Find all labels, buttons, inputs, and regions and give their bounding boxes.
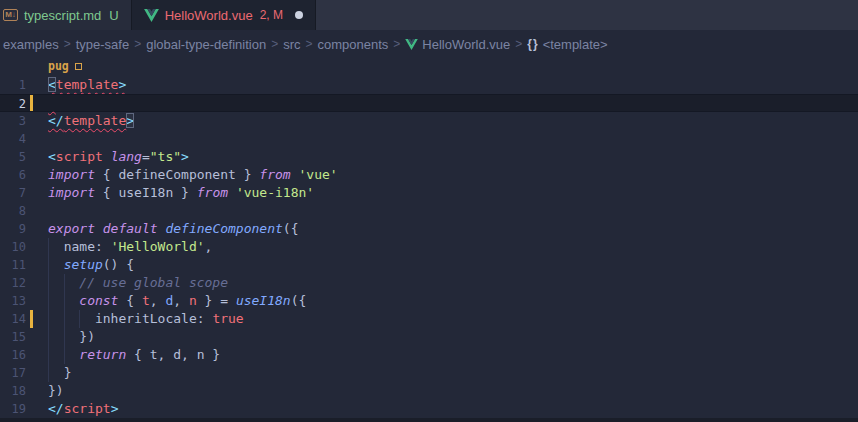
code-token: script xyxy=(64,401,111,416)
code-line[interactable]: 16 return { t, d, n } xyxy=(0,346,858,364)
line-number: 7 xyxy=(0,184,26,202)
code-line[interactable]: 9export default defineComponent({ xyxy=(0,220,858,238)
code-line[interactable]: 14 inheritLocale: true xyxy=(0,310,858,328)
code-line[interactable]: 17 } xyxy=(0,364,858,382)
line-content: </script> xyxy=(48,400,858,418)
modified-gutter-marker xyxy=(30,95,33,111)
code-token: return xyxy=(79,347,126,362)
code-token: }) xyxy=(48,383,64,398)
line-number: 14 xyxy=(0,310,26,328)
breadcrumb-item[interactable]: type-safe xyxy=(76,37,129,52)
line-content: } xyxy=(48,364,858,382)
code-line[interactable]: 2 xyxy=(0,94,858,112)
code-token: true xyxy=(212,311,243,326)
code-token: } xyxy=(173,185,196,200)
code-token: > xyxy=(118,77,126,92)
code-token: from xyxy=(197,185,228,200)
line-content: <template> xyxy=(48,76,858,94)
line-number: 3 xyxy=(0,112,26,130)
line-number: 8 xyxy=(0,202,26,220)
code-token: < xyxy=(48,77,56,92)
breadcrumb-item[interactable]: {}<template> xyxy=(527,37,607,52)
breadcrumb: examples>type-safe>global-type-definitio… xyxy=(0,30,858,58)
code-line[interactable]: 4 xyxy=(0,130,858,148)
line-content: }) xyxy=(48,382,858,400)
breadcrumb-item[interactable]: examples xyxy=(3,37,59,52)
code-line[interactable]: 7import { useI18n } from 'vue-i18n' xyxy=(0,184,858,202)
breadcrumb-item[interactable]: global-type-definition xyxy=(146,37,266,52)
code-token: = xyxy=(142,149,150,164)
breadcrumb-separator: > xyxy=(271,37,278,51)
breadcrumb-item[interactable]: src xyxy=(283,37,300,52)
code-token xyxy=(48,293,79,308)
code-line[interactable]: 11 setup() { xyxy=(0,256,858,274)
problems-modified-badge: 2, M xyxy=(260,8,283,22)
code-token: n xyxy=(189,293,197,308)
code-line[interactable]: 13 const { t, d, n } = useI18n({ xyxy=(0,292,858,310)
code-line[interactable]: 1<template> xyxy=(0,76,858,94)
code-line[interactable]: 19</script> xyxy=(0,400,858,418)
code-area: 1<template>2 3</template>45<script lang=… xyxy=(0,76,858,418)
code-token: 'vue' xyxy=(298,167,337,182)
code-token: defineComponent xyxy=(165,221,282,236)
code-token: template xyxy=(64,113,127,128)
breadcrumb-item[interactable]: HelloWorld.vue xyxy=(405,37,510,52)
code-token: defineComponent xyxy=(118,167,235,182)
code-token: from xyxy=(259,167,290,182)
code-token xyxy=(48,257,64,272)
code-token: { xyxy=(95,167,118,182)
code-token xyxy=(48,96,56,111)
line-content xyxy=(48,95,858,111)
code-token: lang xyxy=(111,149,142,164)
code-token: template xyxy=(56,77,119,92)
tab-typescript-md[interactable]: M↓ typescript.md U xyxy=(0,0,132,30)
line-number: 1 xyxy=(0,76,26,94)
breadcrumb-label: <template> xyxy=(543,37,608,52)
line-content: </template> xyxy=(48,112,858,130)
git-status-badge: U xyxy=(109,8,118,23)
line-number: 4 xyxy=(0,130,26,148)
code-token: } = xyxy=(197,293,236,308)
code-token: } xyxy=(48,365,71,380)
line-content: import { useI18n } from 'vue-i18n' xyxy=(48,184,858,202)
code-token: name: xyxy=(48,239,111,254)
line-content: inheritLocale: true xyxy=(48,310,858,328)
line-number: 6 xyxy=(0,166,26,184)
code-token: { xyxy=(95,185,118,200)
hint-box-icon xyxy=(75,63,82,70)
line-number: 9 xyxy=(0,220,26,238)
code-token: inheritLocale: xyxy=(48,311,212,326)
code-line[interactable]: 5<script lang="ts"> xyxy=(0,148,858,166)
line-content: <script lang="ts"> xyxy=(48,148,858,166)
unsaved-dot-icon[interactable] xyxy=(295,11,303,19)
code-line[interactable]: 6import { defineComponent } from 'vue' xyxy=(0,166,858,184)
line-number: 13 xyxy=(0,292,26,310)
code-line[interactable]: 18}) xyxy=(0,382,858,400)
breadcrumb-separator: > xyxy=(134,37,141,51)
editor-bottom-edge xyxy=(0,418,858,422)
line-number: 17 xyxy=(0,364,26,382)
tab-helloworld-vue[interactable]: HelloWorld.vue 2, M xyxy=(132,0,316,30)
code-editor[interactable]: pug 1<template>2 3</template>45<script l… xyxy=(0,58,858,422)
code-token: import xyxy=(48,167,95,182)
code-token: , xyxy=(205,239,213,254)
breadcrumb-item[interactable]: components xyxy=(318,37,389,52)
code-token xyxy=(228,185,236,200)
line-number: 15 xyxy=(0,328,26,346)
code-token: > xyxy=(111,401,119,416)
markdown-icon: M↓ xyxy=(3,9,18,21)
code-line[interactable]: 10 name: 'HelloWorld', xyxy=(0,238,858,256)
pug-lang-hint[interactable]: pug xyxy=(48,59,82,73)
code-line[interactable]: 3</template> xyxy=(0,112,858,130)
code-token xyxy=(48,275,79,290)
braces-symbol-icon: {} xyxy=(527,37,538,51)
line-content: // use global scope xyxy=(48,274,858,292)
line-content: return { t, d, n } xyxy=(48,346,858,364)
code-token xyxy=(103,149,111,164)
code-token: } xyxy=(236,167,259,182)
code-line[interactable]: 15 }) xyxy=(0,328,858,346)
code-line[interactable]: 12 // use global scope xyxy=(0,274,858,292)
line-number: 10 xyxy=(0,238,26,256)
code-line[interactable]: 8 xyxy=(0,202,858,220)
code-token: import xyxy=(48,185,95,200)
